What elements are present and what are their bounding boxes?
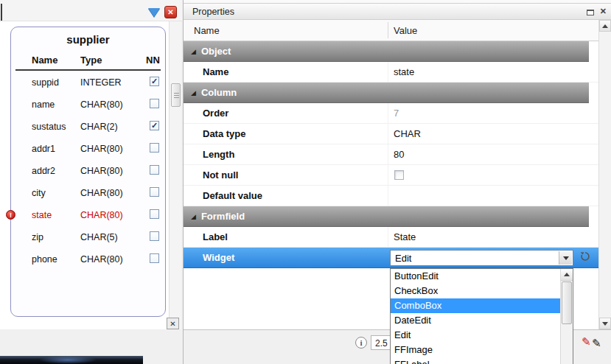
field-type: CHAR(5) bbox=[80, 232, 118, 242]
entity-row-state[interactable]: ! state CHAR(80) bbox=[11, 203, 165, 225]
reset-value-icon[interactable] bbox=[579, 251, 591, 262]
scrollbar-thumb[interactable] bbox=[171, 83, 181, 107]
group-object[interactable]: ◢ Object bbox=[184, 41, 589, 62]
group-column[interactable]: ◢ Column bbox=[184, 83, 589, 103]
prop-value[interactable]: State bbox=[394, 231, 416, 242]
notnull-checkbox[interactable] bbox=[150, 209, 159, 219]
expand-triangle-icon[interactable]: ◢ bbox=[191, 89, 196, 97]
canvas-vertical-scrollbar[interactable] bbox=[169, 21, 181, 329]
group-label: Formfield bbox=[201, 211, 245, 222]
widget-combobox[interactable]: Edit bbox=[390, 250, 573, 266]
entity-title: supplier bbox=[11, 27, 165, 46]
widget-dropdown-list: ButtonEdit CheckBox ComboBox DateEdit Ed… bbox=[390, 268, 573, 364]
notnull-checkbox[interactable] bbox=[150, 99, 159, 108]
col-header-name: Name bbox=[32, 55, 57, 66]
panel-close-button[interactable]: ✕ bbox=[167, 318, 179, 329]
prop-row-name[interactable]: Name state bbox=[184, 62, 599, 83]
col-header-type: Type bbox=[80, 55, 102, 66]
notnull-checkbox[interactable]: ✓ bbox=[150, 121, 159, 130]
entity-column-headers: Name Type NN bbox=[11, 52, 165, 69]
prop-value[interactable]: 80 bbox=[394, 149, 404, 160]
prop-row-length[interactable]: Length 80 bbox=[184, 144, 599, 165]
dropdown-triangle-icon[interactable] bbox=[148, 8, 160, 17]
entity-row-name[interactable]: name CHAR(80) bbox=[11, 93, 165, 115]
combobox-value: Edit bbox=[395, 253, 411, 264]
group-label: Object bbox=[201, 46, 231, 57]
scrollbar-thumb[interactable] bbox=[562, 281, 572, 324]
field-name: name bbox=[32, 99, 55, 110]
field-name: sustatus bbox=[32, 122, 66, 132]
field-name: state bbox=[32, 210, 52, 220]
prop-value: 7 bbox=[394, 108, 399, 119]
properties-scrollbar[interactable] bbox=[598, 20, 611, 329]
notnull-checkbox[interactable] bbox=[150, 187, 159, 197]
windows-taskbar bbox=[0, 356, 143, 364]
notnull-checkbox[interactable] bbox=[150, 253, 159, 263]
expand-triangle-icon[interactable]: ◢ bbox=[191, 48, 196, 55]
diagram-canvas[interactable]: supplier Name Type NN suppid INTEGER ✓ n… bbox=[0, 21, 169, 329]
field-type: CHAR(80) bbox=[80, 254, 123, 265]
prop-value[interactable]: state bbox=[394, 66, 414, 77]
entity-row-sustatus[interactable]: sustatus CHAR(2) ✓ bbox=[11, 115, 165, 137]
prop-label: Default value bbox=[203, 190, 262, 201]
entity-row-addr1[interactable]: addr1 CHAR(80) bbox=[11, 137, 165, 159]
group-formfield[interactable]: ◢ Formfield bbox=[184, 206, 589, 227]
prop-row-label[interactable]: Label State bbox=[184, 227, 599, 248]
entity-row-suppid[interactable]: suppid INTEGER ✓ bbox=[11, 71, 165, 93]
col-header-nn: NN bbox=[146, 55, 160, 66]
entity-row-zip[interactable]: zip CHAR(5) bbox=[11, 225, 165, 248]
scroll-up-button[interactable] bbox=[561, 269, 573, 281]
window-edge bbox=[1, 4, 2, 21]
prop-row-default[interactable]: Default value bbox=[184, 186, 599, 206]
prop-label: Order bbox=[203, 108, 228, 119]
red-pen-icon[interactable]: ✎ bbox=[582, 335, 591, 349]
scroll-up-button[interactable] bbox=[599, 20, 611, 32]
float-panel-icon[interactable] bbox=[587, 10, 594, 15]
dropdown-scrollbar[interactable] bbox=[560, 269, 573, 364]
expand-triangle-icon[interactable]: ◢ bbox=[191, 213, 196, 220]
prop-label: Data type bbox=[203, 128, 246, 139]
properties-titlebar[interactable]: Properties ✕ bbox=[184, 3, 611, 20]
field-name: addr2 bbox=[32, 166, 55, 176]
info-icon[interactable]: i bbox=[355, 337, 367, 349]
taskbar-glow bbox=[38, 356, 97, 364]
scroll-down-button[interactable] bbox=[599, 318, 611, 329]
dropdown-item-fflabel[interactable]: FFLabel bbox=[391, 357, 573, 364]
dropdown-item-combobox[interactable]: ComboBox bbox=[391, 298, 573, 313]
properties-panel: Properties ✕ Name Value ◢ Object Name st… bbox=[183, 0, 611, 364]
entity-row-phone[interactable]: phone CHAR(80) bbox=[11, 248, 165, 270]
field-type: CHAR(80) bbox=[80, 144, 123, 154]
prop-row-order[interactable]: Order 7 bbox=[184, 103, 599, 124]
scrollbar-grip bbox=[174, 93, 179, 98]
prop-row-datatype[interactable]: Data type CHAR bbox=[184, 124, 599, 144]
chevron-down-icon bbox=[563, 256, 569, 260]
prop-label: Name bbox=[203, 66, 228, 77]
grid-header: Name Value bbox=[184, 20, 599, 41]
dropdown-item-edit[interactable]: Edit bbox=[391, 328, 573, 343]
notnull-checkbox[interactable] bbox=[150, 143, 159, 153]
dropdown-item-checkbox[interactable]: CheckBox bbox=[391, 284, 573, 298]
notnull-checkbox[interactable]: ✓ bbox=[150, 77, 159, 86]
entity-row-city[interactable]: city CHAR(80) bbox=[11, 181, 165, 203]
arrow-up-icon bbox=[602, 24, 608, 28]
prop-row-widget[interactable]: Widget Edit bbox=[184, 248, 599, 268]
prop-row-notnull[interactable]: Not null bbox=[184, 165, 599, 186]
diagram-close-button[interactable]: ✕ bbox=[164, 6, 177, 18]
prop-label: Label bbox=[203, 231, 228, 242]
entity-supplier[interactable]: supplier Name Type NN suppid INTEGER ✓ n… bbox=[10, 27, 166, 317]
notnull-checkbox[interactable] bbox=[150, 165, 159, 175]
entity-row-addr2[interactable]: addr2 CHAR(80) bbox=[11, 159, 165, 181]
dropdown-item-buttonedit[interactable]: ButtonEdit bbox=[391, 269, 573, 284]
close-panel-icon[interactable]: ✕ bbox=[600, 7, 607, 16]
prop-value[interactable]: CHAR bbox=[394, 128, 421, 139]
property-grid: Name Value ◢ Object Name state ◢ Column … bbox=[184, 20, 599, 268]
pen-icon[interactable]: ✎ bbox=[592, 337, 601, 350]
field-name: addr1 bbox=[32, 144, 55, 154]
notnull-checkbox[interactable] bbox=[150, 231, 159, 241]
dropdown-item-dateedit[interactable]: DateEdit bbox=[391, 313, 573, 328]
combobox-dropdown-button[interactable] bbox=[559, 251, 572, 265]
dropdown-item-ffimage[interactable]: FFImage bbox=[391, 343, 573, 357]
field-type: CHAR(80) bbox=[80, 210, 123, 220]
prop-label: Not null bbox=[203, 169, 238, 181]
notnull-checkbox[interactable] bbox=[394, 170, 404, 180]
